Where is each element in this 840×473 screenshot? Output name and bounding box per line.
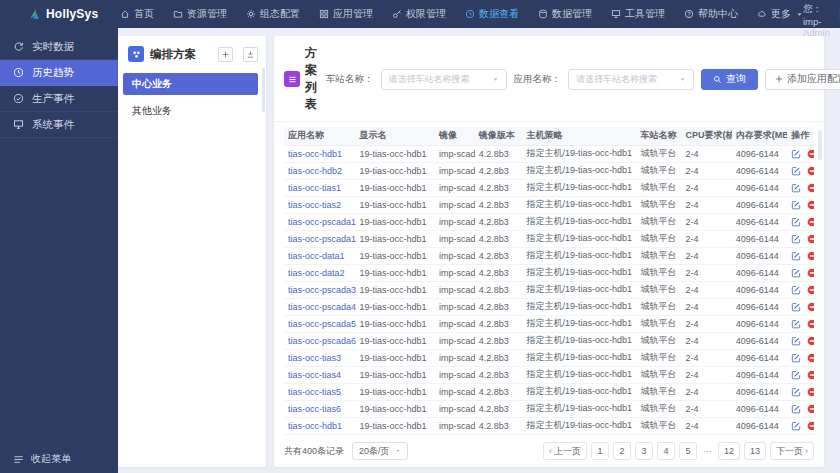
app-name-link[interactable]: tias-occ-pscada3 [288, 285, 356, 295]
edit-icon[interactable] [791, 217, 801, 227]
sidebar-item-历史趋势[interactable]: 历史趋势 [0, 60, 118, 86]
app-name-link[interactable]: tias-occ-tias6 [288, 404, 341, 414]
app-name-link[interactable]: tias-occ-tias4 [288, 370, 341, 380]
table-footer: 共有400条记录 20条/页 ‹上一页12345···1213下一页› [274, 437, 824, 467]
edit-icon[interactable] [791, 353, 801, 363]
app-name-link[interactable]: tias-occ-tias2 [288, 200, 341, 210]
nav-item-权限管理[interactable]: 权限管理 [392, 7, 446, 21]
app-name-link[interactable]: tias-occ-tias1 [288, 183, 341, 193]
page-button-3[interactable]: 3 [635, 442, 653, 460]
nav-item-资源管理[interactable]: 资源管理 [173, 7, 227, 21]
edit-icon[interactable] [791, 404, 801, 414]
station-cell: 城轨平台 [636, 179, 681, 196]
edit-icon[interactable] [791, 183, 801, 193]
nav-item-应用管理[interactable]: 应用管理 [319, 7, 373, 21]
memory-cell: 4096-6144 [732, 281, 788, 298]
tree-item-其他业务[interactable]: 其他业务 [123, 100, 258, 122]
next-page-button[interactable]: 下一页› [770, 442, 814, 460]
page-button-12[interactable]: 12 [718, 442, 740, 460]
forbid-icon[interactable] [807, 353, 814, 363]
nav-item-数据管理[interactable]: 数据管理 [538, 7, 592, 21]
logo[interactable]: HollySys [0, 7, 92, 21]
host-policy-cell: 指定主机/19-tias-occ-hdb1 [522, 417, 636, 434]
edit-icon[interactable] [791, 370, 801, 380]
import-plan-button[interactable] [243, 47, 258, 62]
edit-icon[interactable] [791, 251, 801, 261]
edit-icon[interactable] [791, 200, 801, 210]
collapse-menu-button[interactable]: 收起菜单 [0, 445, 118, 473]
edit-icon[interactable] [791, 336, 801, 346]
nav-item-组态配置[interactable]: 组态配置 [246, 7, 300, 21]
edit-icon[interactable] [791, 421, 801, 431]
nav-item-更多[interactable]: 更多 [757, 7, 803, 21]
app-name-link[interactable]: tias-occ-hdb1 [288, 149, 342, 159]
page-button-4[interactable]: 4 [657, 442, 675, 460]
menu-icon [13, 454, 24, 465]
edit-icon[interactable] [791, 234, 801, 244]
sidebar-item-生产事件[interactable]: 生产事件 [0, 86, 118, 112]
app-name-link[interactable]: tias-occ-pscada1 [288, 234, 356, 244]
page-button-1[interactable]: 1 [591, 442, 609, 460]
edit-icon[interactable] [791, 319, 801, 329]
app-name-link[interactable]: tias-occ-hdb2 [288, 166, 342, 176]
display-name-cell: 19-tias-occ-hdb1 [356, 315, 436, 332]
app-select[interactable]: 请选择车站名称搜索 [568, 69, 694, 90]
forbid-icon[interactable] [807, 421, 814, 431]
edit-icon[interactable] [791, 285, 801, 295]
edit-icon[interactable] [791, 268, 801, 278]
sidebar-item-系统事件[interactable]: 系统事件 [0, 112, 118, 138]
forbid-icon[interactable] [807, 387, 814, 397]
edit-icon[interactable] [791, 302, 801, 312]
image-cell: imp-scada [435, 213, 475, 230]
forbid-icon[interactable] [807, 183, 814, 193]
page-size-select[interactable]: 20条/页 [352, 442, 408, 460]
app-name-link[interactable]: tias-occ-pscada1 [288, 217, 356, 227]
page-button-2[interactable]: 2 [613, 442, 631, 460]
page-button-5[interactable]: 5 [679, 442, 697, 460]
add-plan-button[interactable] [218, 47, 233, 62]
forbid-icon[interactable] [807, 251, 814, 261]
forbid-icon[interactable] [807, 404, 814, 414]
forbid-icon[interactable] [807, 285, 814, 295]
panel-scrollbar[interactable] [262, 68, 265, 112]
forbid-icon[interactable] [807, 217, 814, 227]
sidebar-item-实时数据[interactable]: 实时数据 [0, 34, 118, 60]
nav-item-label: 更多 [771, 7, 791, 21]
nav-item-工具管理[interactable]: 工具管理 [611, 7, 665, 21]
nav-item-数据查看[interactable]: 数据查看 [465, 7, 519, 21]
app-name-link[interactable]: tias-occ-pscada5 [288, 319, 356, 329]
chevron-right-icon: › [805, 446, 808, 456]
page-button-13[interactable]: 13 [744, 442, 766, 460]
station-select[interactable]: 请选择车站名称搜索 [381, 69, 507, 90]
table-scrollbar[interactable] [818, 130, 822, 160]
edit-icon[interactable] [791, 387, 801, 397]
app-name-link[interactable]: tias-occ-data2 [288, 268, 345, 278]
prev-page-button[interactable]: ‹上一页 [543, 442, 587, 460]
tree-item-中心业务[interactable]: 中心业务 [123, 73, 258, 95]
nav-item-首页[interactable]: 首页 [120, 7, 154, 21]
app-name-link[interactable]: tias-occ-data1 [288, 251, 345, 261]
forbid-icon[interactable] [807, 302, 814, 312]
forbid-icon[interactable] [807, 370, 814, 380]
forbid-icon[interactable] [807, 268, 814, 278]
add-app-config-button[interactable]: 添加应用配置 [765, 69, 840, 90]
query-button[interactable]: 查询 [701, 69, 758, 90]
scheme-table: 应用名称显示名镜像镜像版本主机策略车站名称CPU要求(核)内存要求(MB)操作t… [284, 127, 814, 437]
nav-item-label: 首页 [134, 7, 154, 21]
app-name-link[interactable]: tias-occ-pscada6 [288, 336, 356, 346]
display-name-cell: 19-tias-occ-hdb1 [356, 145, 436, 162]
edit-icon[interactable] [791, 149, 801, 159]
app-name-link[interactable]: tias-occ-pscada4 [288, 302, 356, 312]
edit-icon[interactable] [791, 166, 801, 176]
forbid-icon[interactable] [807, 149, 814, 159]
forbid-icon[interactable] [807, 200, 814, 210]
nav-item-帮助中心[interactable]: 帮助中心 [684, 7, 738, 21]
cpu-cell: 2-4 [681, 366, 731, 383]
forbid-icon[interactable] [807, 336, 814, 346]
app-name-link[interactable]: tias-occ-tias3 [288, 353, 341, 363]
forbid-icon[interactable] [807, 319, 814, 329]
forbid-icon[interactable] [807, 234, 814, 244]
app-name-link[interactable]: tias-occ-hdb1 [288, 421, 342, 431]
forbid-icon[interactable] [807, 166, 814, 176]
app-name-link[interactable]: tias-occ-tias5 [288, 387, 341, 397]
